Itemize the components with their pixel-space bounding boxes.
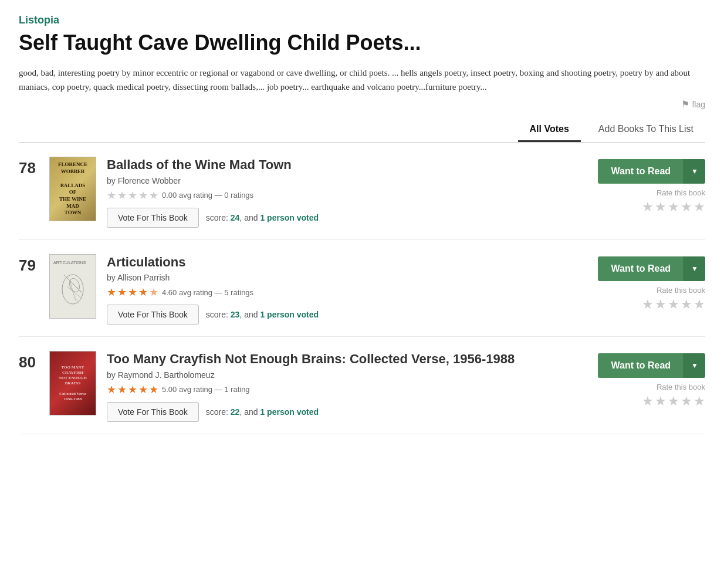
chevron-down-icon: ▼ (691, 167, 698, 175)
star-5: ★ (149, 286, 158, 299)
book-rank: 79 (19, 254, 49, 275)
vote-score: score: 24, and 1 person voted (206, 213, 319, 222)
rate-star-2[interactable]: ★ (655, 394, 667, 409)
svg-text:ARTICULATIONS: ARTICULATIONS (53, 261, 86, 265)
want-to-read-button[interactable]: Want to Read (598, 353, 684, 378)
rating-stars: ★ ★ ★ ★ ★ (107, 189, 158, 202)
score-number: 23 (231, 310, 240, 319)
rate-this-book-label: Rate this book (564, 188, 705, 197)
flag-icon: ⚑ (681, 99, 689, 110)
star-3: ★ (128, 383, 137, 396)
svg-point-3 (62, 275, 83, 304)
book-info: Ballads of the Wine Mad Town by Florence… (107, 157, 564, 228)
book-title: Articulations (107, 254, 553, 271)
rate-star-2[interactable]: ★ (655, 200, 667, 215)
rate-this-book-label: Rate this book (564, 383, 705, 391)
rate-star-1[interactable]: ★ (642, 394, 654, 409)
rate-stars[interactable]: ★ ★ ★ ★ ★ (642, 200, 705, 215)
want-to-read-row: Want to Read ▼ (598, 256, 705, 281)
star-3: ★ (128, 286, 137, 299)
vote-score: score: 22, and 1 person voted (206, 407, 319, 417)
rating-stars: ★ ★ ★ ★ ★ (107, 383, 158, 396)
book-info: Too Many Crayfish Not Enough Brains: Col… (107, 351, 564, 422)
vote-for-book-button[interactable]: Vote For This Book (107, 402, 199, 422)
book-cover: ARTICULATIONS (49, 254, 96, 319)
book-rank: 78 (19, 157, 49, 177)
book-info: Articulations by Allison Parrish ★ ★ ★ ★… (107, 254, 564, 325)
vote-for-book-button[interactable]: Vote For This Book (107, 208, 199, 228)
tab-add-books[interactable]: Add Books To This List (587, 119, 705, 142)
table-row: 78 FLORENCE WOBBERBALLADS OFTHE WINEMAD … (19, 143, 705, 240)
rate-star-5[interactable]: ★ (693, 297, 705, 312)
book-actions: Want to Read ▼ Rate this book ★ ★ ★ ★ ★ (564, 254, 705, 312)
cover-illustration: ARTICULATIONS (50, 255, 96, 318)
rate-star-3[interactable]: ★ (668, 297, 679, 312)
rate-star-4[interactable]: ★ (681, 200, 692, 215)
table-row: 80 TOO MANYCRAYFISHNOT ENOUGHBRAINSColle… (19, 337, 705, 434)
star-3: ★ (128, 189, 137, 202)
want-to-read-row: Want to Read ▼ (598, 159, 705, 184)
rate-stars[interactable]: ★ ★ ★ ★ ★ (642, 297, 705, 312)
book-author: by Florence Wobber (107, 176, 553, 185)
rate-star-5[interactable]: ★ (693, 200, 705, 215)
cover-text: FLORENCE WOBBERBALLADS OFTHE WINEMAD TOW… (55, 158, 91, 220)
want-to-read-dropdown[interactable]: ▼ (684, 353, 705, 378)
book-cover: TOO MANYCRAYFISHNOT ENOUGHBRAINSCollecte… (49, 351, 96, 415)
rate-star-2[interactable]: ★ (655, 297, 667, 312)
vote-row: Vote For This Book score: 22, and 1 pers… (107, 402, 553, 422)
rate-star-5[interactable]: ★ (693, 394, 705, 409)
want-to-read-dropdown[interactable]: ▼ (684, 256, 705, 281)
book-actions: Want to Read ▼ Rate this book ★ ★ ★ ★ ★ (564, 157, 705, 215)
book-title: Too Many Crayfish Not Enough Brains: Col… (107, 351, 553, 368)
rate-this-book-label: Rate this book (564, 286, 705, 295)
want-to-read-button[interactable]: Want to Read (598, 159, 684, 184)
chevron-down-icon: ▼ (691, 361, 698, 370)
book-rating-row: ★ ★ ★ ★ ★ 4.60 avg rating — 5 ratings (107, 286, 553, 299)
tabs-row: All Votes Add Books To This List (19, 119, 705, 143)
cover-text: TOO MANYCRAYFISHNOT ENOUGHBRAINSCollecte… (55, 361, 90, 406)
vote-score: score: 23, and 1 person voted (206, 310, 319, 319)
star-1: ★ (107, 189, 116, 202)
books-list: 78 FLORENCE WOBBERBALLADS OFTHE WINEMAD … (19, 143, 705, 434)
vote-row: Vote For This Book score: 23, and 1 pers… (107, 305, 553, 325)
listopia-label: Listopia (19, 14, 705, 26)
rating-stars: ★ ★ ★ ★ ★ (107, 286, 158, 299)
star-2: ★ (117, 189, 127, 202)
book-actions: Want to Read ▼ Rate this book ★ ★ ★ ★ ★ (564, 351, 705, 409)
star-2: ★ (117, 383, 127, 396)
book-rank: 80 (19, 351, 49, 371)
table-row: 79 ARTICULATIONS Articulations by Alliso… (19, 240, 705, 337)
star-4: ★ (138, 286, 148, 299)
rate-stars[interactable]: ★ ★ ★ ★ ★ (642, 394, 705, 409)
rate-star-3[interactable]: ★ (668, 200, 679, 215)
tab-all-votes[interactable]: All Votes (518, 119, 581, 142)
want-to-read-row: Want to Read ▼ (598, 353, 705, 378)
rating-text: 0.00 avg rating — 0 ratings (162, 191, 253, 200)
want-to-read-button[interactable]: Want to Read (598, 256, 684, 281)
vote-for-book-button[interactable]: Vote For This Book (107, 305, 199, 325)
want-to-read-dropdown[interactable]: ▼ (684, 159, 705, 184)
star-4: ★ (138, 189, 148, 202)
star-5: ★ (149, 383, 158, 396)
star-5: ★ (149, 189, 158, 202)
star-2: ★ (117, 286, 127, 299)
rate-star-4[interactable]: ★ (681, 394, 692, 409)
star-1: ★ (107, 286, 116, 299)
chevron-down-icon: ▼ (691, 265, 698, 273)
page-title: Self Taught Cave Dwelling Child Poets... (19, 30, 705, 55)
rate-star-1[interactable]: ★ (642, 200, 654, 215)
flag-label[interactable]: flag (692, 100, 705, 109)
rate-star-1[interactable]: ★ (642, 297, 654, 312)
voted-number: 1 person voted (260, 407, 319, 417)
voted-number: 1 person voted (260, 310, 319, 319)
page-description: good, bad, interesting poetry by minor e… (19, 66, 705, 94)
book-author: by Allison Parrish (107, 273, 553, 282)
rating-text: 5.00 avg rating — 1 rating (162, 385, 250, 394)
vote-row: Vote For This Book score: 24, and 1 pers… (107, 208, 553, 228)
rate-star-3[interactable]: ★ (668, 394, 679, 409)
score-number: 22 (231, 407, 240, 417)
star-1: ★ (107, 383, 116, 396)
rate-star-4[interactable]: ★ (681, 297, 692, 312)
rating-text: 4.60 avg rating — 5 ratings (162, 288, 253, 297)
book-cover: FLORENCE WOBBERBALLADS OFTHE WINEMAD TOW… (49, 157, 96, 221)
